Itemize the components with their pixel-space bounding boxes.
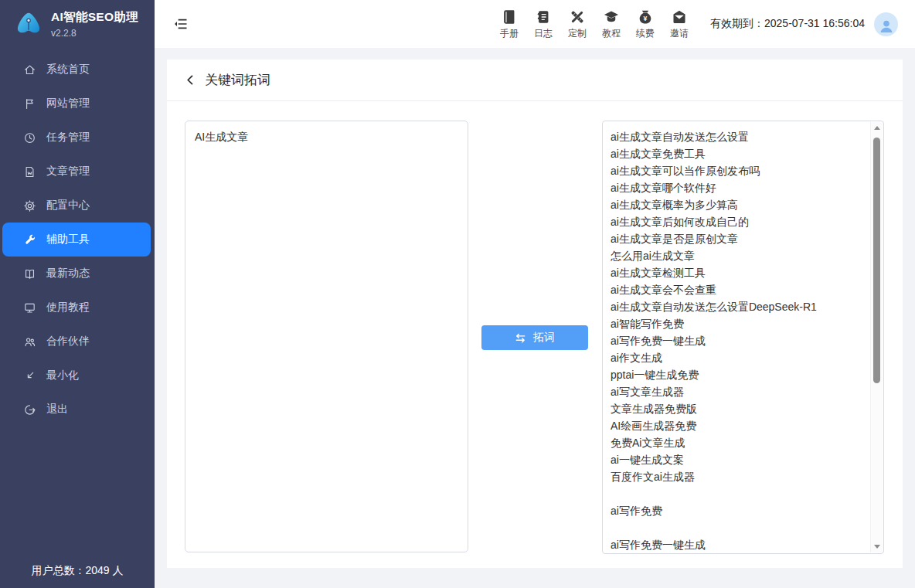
results-box: ai生成文章自动发送怎么设置ai生成文章免费工具ai生成文章可以当作原创发布吗a… bbox=[602, 121, 884, 554]
topbar-action-custom[interactable]: 定制 bbox=[560, 8, 594, 40]
keyword-result-item[interactable]: 怎么用ai生成文章 bbox=[611, 247, 870, 264]
sidebar-item-tutorial[interactable]: 使用教程 bbox=[0, 291, 155, 325]
keyword-result-item[interactable]: ai生成文章哪个软件好 bbox=[611, 179, 870, 196]
sidebar-item-partners[interactable]: 合作伙伴 bbox=[0, 325, 155, 359]
tutorial-cap-icon bbox=[603, 8, 620, 25]
sidebar-item-config[interactable]: 配置中心 bbox=[0, 189, 155, 223]
sidebar: AI智能SEO助理 v2.2.8 系统首页网站管理任务管理文章管理配置中心辅助工… bbox=[0, 0, 155, 588]
minimize-icon bbox=[23, 369, 36, 382]
sidebar-item-news[interactable]: 最新动态 bbox=[0, 257, 155, 291]
wrench-icon bbox=[23, 233, 36, 246]
back-chevron-icon[interactable] bbox=[184, 73, 197, 87]
svg-text:¥: ¥ bbox=[644, 14, 648, 22]
keyword-result-item[interactable]: ai生成文章免费工具 bbox=[611, 145, 870, 162]
scrollbar-thumb[interactable] bbox=[873, 138, 880, 383]
document-icon bbox=[23, 165, 36, 178]
app-logo-icon bbox=[11, 6, 46, 42]
sidebar-item-label: 任务管理 bbox=[46, 131, 90, 144]
topbar-action-course[interactable]: 教程 bbox=[594, 8, 628, 40]
topbar-action-log[interactable]: 日志 bbox=[526, 8, 560, 40]
keyword-result-item[interactable]: ai生成文章后如何改成自己的 bbox=[611, 213, 870, 230]
app-version: v2.2.8 bbox=[51, 28, 138, 39]
topbar-action-renew[interactable]: ¥续费 bbox=[628, 8, 662, 40]
topbar-actions: 手册日志定制教程¥续费邀请 bbox=[492, 8, 696, 40]
keyword-result-item[interactable]: 文章生成器免费版 bbox=[611, 400, 870, 417]
sidebar-item-tools[interactable]: 辅助工具 bbox=[2, 223, 151, 257]
keyword-result-item[interactable]: 百度作文ai生成器 bbox=[611, 468, 870, 485]
topbar-action-label: 续费 bbox=[636, 27, 655, 40]
sidebar-item-home[interactable]: 系统首页 bbox=[0, 53, 155, 87]
menu-fold-icon[interactable] bbox=[173, 16, 189, 32]
keyword-result-item[interactable]: ai生成文章可以当作原创发布吗 bbox=[611, 162, 870, 179]
results-scrollbar[interactable] bbox=[870, 122, 883, 552]
expand-button-label: 拓词 bbox=[533, 331, 555, 345]
topbar-action-label: 日志 bbox=[534, 27, 553, 40]
flag-icon bbox=[23, 97, 36, 110]
log-journal-icon bbox=[535, 8, 552, 25]
user-avatar-icon[interactable] bbox=[874, 12, 898, 36]
sidebar-item-tasks[interactable]: 任务管理 bbox=[0, 121, 155, 155]
monitor-icon bbox=[23, 301, 36, 314]
keyword-result-item[interactable]: ai生成文章检测工具 bbox=[611, 264, 870, 281]
keyword-result-item[interactable]: pptai一键生成免费 bbox=[611, 366, 870, 383]
keyword-result-item[interactable]: ai生成文章是否是原创文章 bbox=[611, 230, 870, 247]
content-area: 关键词拓词 AI生成文章 拓词 ai生成文章自动发送怎么设置ai生成文章免费工具… bbox=[155, 48, 915, 588]
keyword-result-item[interactable]: ai写作免费 bbox=[611, 502, 870, 519]
sidebar-item-label: 最小化 bbox=[46, 369, 79, 382]
results-list: ai生成文章自动发送怎么设置ai生成文章免费工具ai生成文章可以当作原创发布吗a… bbox=[603, 121, 870, 553]
topbar-action-label: 定制 bbox=[568, 27, 587, 40]
topbar-action-manual[interactable]: 手册 bbox=[492, 8, 526, 40]
partners-icon bbox=[23, 335, 36, 348]
keyword-tool-card: 关键词拓词 AI生成文章 拓词 ai生成文章自动发送怎么设置ai生成文章免费工具… bbox=[167, 59, 903, 568]
scroll-up-icon[interactable] bbox=[871, 122, 883, 134]
expand-keywords-button[interactable]: 拓词 bbox=[481, 325, 588, 350]
sidebar-item-label: 辅助工具 bbox=[46, 233, 90, 246]
renew-moneybag-icon: ¥ bbox=[637, 8, 654, 25]
manual-book-icon bbox=[501, 8, 518, 25]
keyword-result-item[interactable]: ai生成文章自动发送怎么设置DeepSeek-R1 bbox=[611, 298, 870, 315]
keyword-result-item[interactable] bbox=[611, 519, 870, 536]
logo-row: AI智能SEO助理 v2.2.8 bbox=[0, 0, 155, 45]
invite-envelope-icon bbox=[671, 8, 688, 25]
sidebar-item-articles[interactable]: 文章管理 bbox=[0, 155, 155, 189]
topbar: 手册日志定制教程¥续费邀请 有效期到：2025-07-31 16:56:04 bbox=[155, 0, 915, 48]
logout-icon bbox=[23, 403, 36, 416]
sidebar-item-label: 文章管理 bbox=[46, 165, 90, 178]
keyword-input[interactable]: AI生成文章 bbox=[185, 121, 468, 552]
sidebar-item-label: 配置中心 bbox=[46, 199, 90, 212]
keyword-result-item[interactable]: 免费Ai文章生成 bbox=[611, 434, 870, 451]
topbar-right: 手册日志定制教程¥续费邀请 有效期到：2025-07-31 16:56:04 bbox=[492, 8, 915, 40]
home-icon bbox=[23, 63, 36, 76]
keyword-result-item[interactable]: ai写作免费一键生成 bbox=[611, 332, 870, 349]
topbar-action-invite[interactable]: 邀请 bbox=[662, 8, 696, 40]
keyword-result-item[interactable]: ai作文生成 bbox=[611, 349, 870, 366]
keyword-result-item[interactable]: ai生成文章会不会查重 bbox=[611, 281, 870, 298]
keyword-result-item[interactable]: ai写作免费一键生成 bbox=[611, 536, 870, 553]
topbar-action-label: 邀请 bbox=[670, 27, 689, 40]
sidebar-item-label: 合作伙伴 bbox=[46, 335, 90, 348]
app-window: AI智能SEO助理 v2.2.8 系统首页网站管理任务管理文章管理配置中心辅助工… bbox=[0, 0, 915, 588]
keyword-result-item[interactable]: ai生成文章自动发送怎么设置 bbox=[611, 128, 870, 145]
sidebar-item-minimize[interactable]: 最小化 bbox=[0, 359, 155, 393]
customize-tools-icon bbox=[569, 8, 586, 25]
topbar-action-label: 手册 bbox=[500, 27, 519, 40]
keyword-result-item[interactable] bbox=[611, 485, 870, 502]
keyword-result-item[interactable]: ai写文章生成器 bbox=[611, 383, 870, 400]
gear-icon bbox=[23, 199, 36, 212]
sidebar-item-label: 网站管理 bbox=[46, 97, 90, 110]
sidebar-item-label: 系统首页 bbox=[46, 63, 90, 76]
keyword-result-item[interactable]: AI绘画生成器免费 bbox=[611, 417, 870, 434]
logo-text: AI智能SEO助理 v2.2.8 bbox=[51, 9, 138, 39]
validity-text: 有效期到：2025-07-31 16:56:04 bbox=[710, 17, 865, 31]
sidebar-item-label: 退出 bbox=[46, 403, 68, 416]
sidebar-nav: 系统首页网站管理任务管理文章管理配置中心辅助工具最新动态使用教程合作伙伴最小化退… bbox=[0, 53, 155, 427]
sidebar-item-websites[interactable]: 网站管理 bbox=[0, 87, 155, 121]
user-count-label: 用户总数：2049 人 bbox=[0, 564, 155, 578]
scroll-down-icon[interactable] bbox=[871, 541, 883, 552]
app-title: AI智能SEO助理 bbox=[51, 9, 138, 25]
keyword-result-item[interactable]: ai一键生成文案 bbox=[611, 451, 870, 468]
keyword-result-item[interactable]: ai生成文章概率为多少算高 bbox=[611, 196, 870, 213]
book-open-icon bbox=[23, 267, 36, 280]
sidebar-item-exit[interactable]: 退出 bbox=[0, 393, 155, 427]
keyword-result-item[interactable]: ai智能写作免费 bbox=[611, 315, 870, 332]
